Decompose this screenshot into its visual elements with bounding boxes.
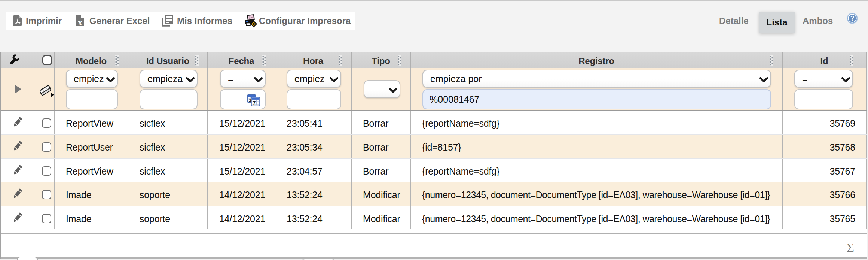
- svg-text:7: 7: [253, 100, 256, 106]
- svg-text:?: ?: [850, 15, 855, 22]
- svg-text:x: x: [78, 18, 82, 26]
- svg-text:3: 3: [249, 98, 251, 103]
